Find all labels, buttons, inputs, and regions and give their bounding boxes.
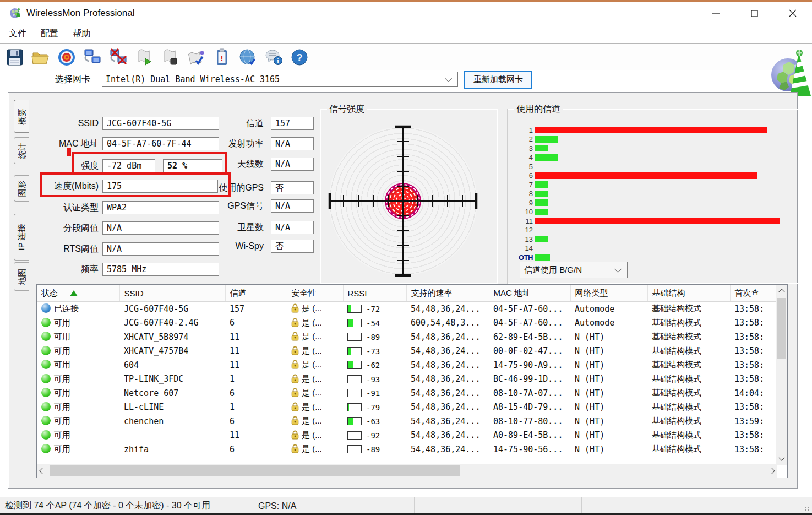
horizontal-scroll-thumb[interactable] (50, 465, 460, 476)
maximize-button[interactable] (735, 2, 773, 25)
table-row[interactable]: 可用XHCATV_4757B411是 (...-7354,48,36,24...… (37, 344, 777, 359)
col-rssi[interactable]: RSSI (343, 285, 406, 302)
lock-icon (291, 388, 299, 397)
col-infrastructure[interactable]: 基础结构 (647, 285, 730, 302)
menu-file[interactable]: 文件 (3, 26, 32, 42)
sort-ascending-icon (70, 290, 78, 296)
stop-log-icon (160, 47, 180, 67)
col-rates[interactable]: 支持的速率 (406, 285, 489, 302)
minimize-button[interactable] (696, 2, 735, 25)
status-icon (41, 388, 51, 397)
web-check-icon (238, 47, 258, 67)
target-icon (57, 47, 77, 67)
close-button[interactable] (773, 2, 812, 25)
open-folder-icon (31, 47, 51, 67)
lock-icon (291, 416, 299, 425)
table-row[interactable]: 可用zhifa6是 (...-8954,48,36,24...14-75-90-… (37, 442, 777, 457)
rssi-meter (347, 445, 362, 453)
lock-icon (291, 303, 299, 313)
col-ssid[interactable]: SSID (119, 285, 225, 302)
rts-threshold-label: RTS阈值 (13, 243, 99, 255)
table-row[interactable]: 可用chenchen6是 (...-6354,48,36,24...08-10-… (37, 414, 777, 429)
channel-row: 3 (512, 144, 787, 153)
channel-usage-bar (535, 145, 548, 151)
table-row[interactable]: 可用JCG-607F40-2.4G6是 (...-54600,54,48,3..… (37, 316, 777, 330)
table-row[interactable]: 已连接JCG-607F40-5G157是 (...-7254,48,36,24.… (37, 302, 777, 316)
lock-icon (291, 360, 299, 369)
channel-row: 14 (512, 244, 787, 253)
lock-icon (291, 430, 299, 440)
statusbar-spacer-1 (415, 497, 582, 514)
table-row[interactable]: 可用60411是 (...-6254,48,36,24...14-75-90-A… (37, 358, 777, 372)
adapter-combobox[interactable]: Intel(R) Dual Band Wireless-AC 3165 (102, 72, 458, 87)
tips-button[interactable]: i (263, 46, 285, 68)
status-icon (41, 332, 51, 341)
channels-groupbox: 使用的信道 1234567891011121314OTH 信道使用 B/G/N (507, 109, 804, 284)
alerts-button[interactable]: ! (211, 46, 233, 68)
lock-icon (291, 332, 299, 341)
scroll-up-arrow[interactable] (776, 285, 787, 296)
speed-label: 速度(Mbits) (13, 181, 99, 192)
col-status[interactable]: 状态 (37, 285, 119, 302)
channel-usage-bar (535, 191, 548, 197)
col-network-type[interactable]: 网络类型 (570, 285, 647, 302)
web-check-button[interactable] (237, 46, 259, 68)
channel-usage-bar (535, 127, 767, 133)
channel-row: 7 (512, 180, 787, 189)
statusbar: 检测到 74 个AP (74 个加密 - 0 个未加密) - 30 个可用 GP… (0, 497, 812, 514)
table-row[interactable]: 可用TP-LINK_3FDC1是 (...-9354,48,36,24...BC… (37, 372, 777, 387)
channel-row: 5 (512, 162, 787, 171)
signal-strength-groupbox: 信号强度 (320, 109, 498, 284)
channel-usage-bar (535, 181, 548, 188)
table-row[interactable]: 可用LL-cLINE1是 (...-7954,48,36,24...A8-15-… (37, 400, 777, 415)
save-icon (5, 47, 25, 67)
col-security[interactable]: 安全性 (287, 285, 343, 302)
resize-grip[interactable] (805, 507, 810, 512)
disconnect-adapter-button[interactable] (107, 46, 129, 68)
table-row[interactable]: 可用11是 (...-9254,48,36,24...A0-89-E4-5B..… (37, 429, 777, 443)
channel-usage-bar (535, 199, 548, 206)
scroll-right-arrow[interactable] (766, 465, 777, 476)
rssi-meter (347, 319, 362, 327)
report-check-icon (186, 47, 206, 67)
channel-usage-bar (535, 209, 548, 215)
connect-icon (82, 47, 103, 67)
save-button[interactable] (4, 46, 26, 68)
channel-row: 12 (512, 226, 787, 235)
statusbar-ap-summary: 检测到 74 个AP (74 个加密 - 0 个未加密) - 30 个可用 (0, 497, 253, 514)
rssi-meter (347, 375, 362, 383)
vertical-scroll-thumb[interactable] (777, 298, 786, 359)
channel-mode-dropdown[interactable]: 信道使用 B/G/N (520, 262, 628, 278)
antennas-value: N/A (271, 158, 314, 171)
scroll-down-arrow[interactable] (776, 454, 787, 465)
horizontal-scrollbar[interactable] (37, 464, 777, 478)
adapter-combobox-value: Intel(R) Dual Band Wireless-AC 3165 (102, 74, 446, 84)
log-report-button[interactable] (185, 46, 207, 68)
gps-used-value: 否 (271, 181, 314, 194)
channel-usage-bar (535, 136, 558, 143)
open-button[interactable] (30, 46, 52, 68)
start-log-icon (134, 47, 154, 67)
strength-dbm-value: -72 dBm (102, 159, 155, 172)
toolbar: ! i ? (0, 44, 812, 70)
scroll-left-arrow[interactable] (37, 465, 48, 476)
reload-adapter-button[interactable]: 重新加载网卡 (464, 71, 532, 89)
col-first-seen[interactable]: 首次查 (730, 285, 777, 302)
signal-radar (320, 109, 498, 284)
summary-panel: 概要 统计 图形 IP 连接 地图 SSIDJCG-607F40-5G MAC … (8, 92, 798, 489)
mac-label: MAC 地址 (13, 138, 99, 150)
col-mac[interactable]: MAC 地址 (489, 285, 570, 302)
col-channel[interactable]: 信道 (225, 285, 287, 302)
table-row[interactable]: 可用Netcore_6076是 (...-9154,48,36,24...08-… (37, 386, 777, 400)
stop-logging-button[interactable] (159, 46, 181, 68)
start-logging-button[interactable] (133, 46, 155, 68)
target-button[interactable] (56, 46, 78, 68)
vertical-scrollbar[interactable] (776, 285, 787, 465)
connect-adapter-button[interactable] (81, 46, 103, 68)
table-row[interactable]: 可用XHCATV_5B897411是 (...-8954,48,36,24...… (37, 330, 777, 344)
satellites-value: N/A (271, 221, 314, 234)
help-button[interactable]: ? (288, 46, 310, 68)
menu-help[interactable]: 帮助 (67, 26, 96, 42)
menu-config[interactable]: 配置 (35, 26, 64, 42)
channel-usage-bar (535, 218, 780, 224)
